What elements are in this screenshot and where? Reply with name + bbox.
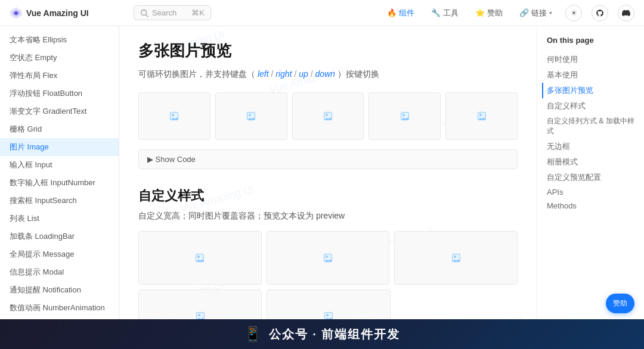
nav-item-tool[interactable]: 🔧 工具 — [428, 5, 462, 21]
sidebar: 文本省略 Ellipsis 空状态 Empty 弹性布局 Flex 浮动按钮 F… — [0, 26, 119, 349]
github-btn[interactable] — [592, 5, 608, 21]
sidebar-item-inputnumber[interactable]: 数字输入框 InputNumber — [0, 174, 119, 192]
toc-item-custom-preview-config[interactable]: 自定义预览配置 — [547, 170, 634, 185]
search-icon — [140, 9, 148, 17]
github-icon — [596, 9, 604, 17]
sidebar-item-empty[interactable]: 空状态 Empty — [0, 49, 119, 67]
toc-item-custom-layout[interactable]: 自定义排列方式 & 加载中样式 — [547, 114, 634, 139]
nav-item-link[interactable]: 🔗 链接 ▾ — [516, 5, 556, 21]
nav-tool-label: 工具 — [443, 8, 459, 18]
show-code-btn-1[interactable]: ▶ Show Code — [138, 149, 518, 169]
image-custom-grid-top — [138, 231, 518, 285]
image-preview-grid-5 — [138, 92, 518, 140]
custom-image-placeholder-2 — [324, 254, 332, 262]
theme-toggle-btn[interactable]: ☀ — [565, 5, 582, 21]
toc-item-when-to-use[interactable]: 何时使用 — [547, 52, 634, 67]
discord-btn[interactable] — [618, 5, 634, 21]
search-bar[interactable]: Search ⌘K — [134, 5, 211, 20]
nav-sponsor-label: 赞助 — [487, 8, 503, 18]
nav-items: 🔥 组件 🔧 工具 ⭐ 赞助 🔗 链接 ▾ ☀ — [383, 5, 634, 21]
toc-item-methods[interactable]: Methods — [547, 199, 634, 213]
toc-item-album[interactable]: 相册模式 — [547, 154, 634, 170]
svg-line-4 — [146, 14, 148, 17]
image-placeholder-icon-5 — [478, 112, 486, 120]
toc-title: On this page — [547, 36, 634, 45]
top-nav: Vue Amazing UI Search ⌘K 🔥 组件 🔧 工具 ⭐ 赞助 … — [0, 0, 644, 26]
page-description: 可循环切换图片，并支持键盘（ left / right / up / down … — [138, 67, 518, 80]
search-label: Search — [152, 8, 177, 17]
sidebar-item-loadingbar[interactable]: 加载条 LoadingBar — [0, 228, 119, 245]
custom-image-cell-2[interactable] — [267, 231, 390, 285]
sidebar-item-ellipsis[interactable]: 文本省略 Ellipsis — [0, 31, 119, 49]
sidebar-item-notification[interactable]: 通知提醒 Notification — [0, 281, 119, 299]
page-title: 多张图片预览 — [138, 40, 518, 61]
nav-item-component[interactable]: 🔥 组件 — [383, 5, 418, 21]
logo-text: Vue Amazing UI — [26, 8, 89, 18]
image-cell-5[interactable] — [445, 92, 518, 140]
sun-icon: ☀ — [571, 9, 577, 17]
nav-link-label: 链接 — [531, 8, 547, 18]
fab-label: 赞助 — [613, 299, 627, 307]
image-placeholder-icon-2 — [247, 112, 255, 120]
custom-image-cell-3[interactable] — [394, 231, 518, 285]
logo-area: Vue Amazing UI — [10, 7, 129, 20]
toc-item-multi-preview[interactable]: 多张图片预览 — [542, 83, 634, 98]
sidebar-item-list[interactable]: 列表 List — [0, 210, 119, 228]
bottom-banner: 📱 公众号 · 前端组件开发 — [0, 319, 644, 349]
section2-desc: 自定义宽高；同时图片覆盖容器；预览文本设为 preview — [138, 211, 518, 222]
discord-icon — [622, 9, 630, 17]
sidebar-item-image[interactable]: 图片 Image — [0, 138, 119, 156]
banner-text: 公众号 · 前端组件开发 — [269, 326, 401, 342]
image-placeholder-icon-4 — [401, 112, 409, 120]
custom-image-placeholder-1 — [196, 254, 204, 262]
sidebar-item-grid[interactable]: 栅格 Grid — [0, 120, 119, 138]
custom-image-placeholder-3 — [452, 254, 460, 262]
image-cell-4[interactable] — [369, 92, 441, 140]
section2-title: 自定义样式 — [138, 187, 518, 205]
sidebar-item-inputsearch[interactable]: 搜索框 InputSearch — [0, 192, 119, 210]
chevron-down-icon: ▾ — [549, 10, 552, 16]
sidebar-item-flex[interactable]: 弹性布局 Flex — [0, 67, 119, 85]
section2-keyword: preview — [316, 211, 345, 220]
image-cell-2[interactable] — [215, 92, 287, 140]
sidebar-item-input[interactable]: 输入框 Input — [0, 156, 119, 174]
search-shortcut: ⌘K — [191, 8, 205, 17]
sidebar-item-numberanimation[interactable]: 数值动画 NumberAnimation — [0, 299, 119, 317]
nav-component-label: 组件 — [399, 8, 414, 18]
image-placeholder-icon-3 — [324, 112, 332, 120]
toc-item-basic[interactable]: 基本使用 — [547, 67, 634, 83]
sidebar-item-floatbutton[interactable]: 浮动按钮 FloatButton — [0, 85, 119, 102]
show-code-label-1: ▶ Show Code — [147, 155, 196, 164]
image-cell-3[interactable] — [292, 92, 364, 140]
image-placeholder-icon-1 — [170, 112, 178, 120]
custom-image-cell-1[interactable] — [138, 231, 262, 285]
toc-item-custom-style[interactable]: 自定义样式 — [547, 98, 634, 114]
content-area: Vue Amazing UI Vue Amazing UI Vue Amazin… — [119, 26, 537, 349]
sidebar-item-message[interactable]: 全局提示 Message — [0, 245, 119, 263]
fab-sponsor-btn[interactable]: 赞助 — [606, 294, 634, 313]
sidebar-item-gradienttext[interactable]: 渐变文字 GradientText — [0, 102, 119, 120]
nav-item-sponsor[interactable]: ⭐ 赞助 — [472, 5, 506, 21]
sidebar-item-modal[interactable]: 信息提示 Modal — [0, 263, 119, 281]
wechat-icon: 📱 — [244, 326, 262, 342]
image-cell-1[interactable] — [138, 92, 210, 140]
toc-item-apis[interactable]: APIs — [547, 185, 634, 199]
main-layout: 文本省略 Ellipsis 空状态 Empty 弹性布局 Flex 浮动按钮 F… — [0, 26, 644, 349]
logo-icon — [10, 7, 23, 20]
toc-item-no-border[interactable]: 无边框 — [547, 139, 634, 154]
